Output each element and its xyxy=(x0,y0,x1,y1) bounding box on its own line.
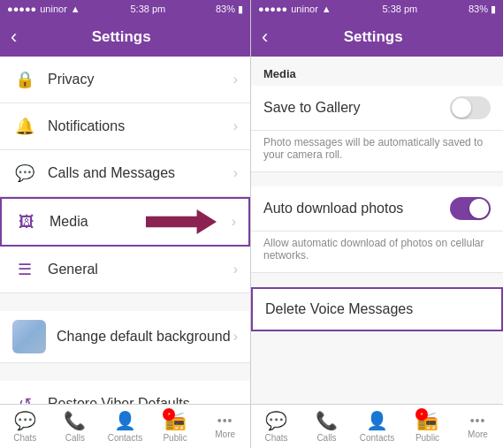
calls-tab-label: Calls xyxy=(65,433,85,443)
calls-tab-icon-r: 📞 xyxy=(316,410,338,431)
delete-voice-label: Delete Voice Messages xyxy=(265,301,489,317)
time-left: 5:38 pm xyxy=(130,4,165,14)
settings-item-calls[interactable]: 💬 Calls and Messages › xyxy=(0,150,250,197)
status-left-right: ●●●●● uninor ▲ xyxy=(258,4,332,14)
status-right-left: 83% ▮ xyxy=(216,4,243,15)
media-icon: 🖼 xyxy=(14,209,39,234)
tab-public-right[interactable]: 📻 * Public xyxy=(402,405,453,448)
settings-item-notifications[interactable]: 🔔 Notifications › xyxy=(0,103,250,150)
contacts-tab-label-r: Contacts xyxy=(360,433,394,443)
save-gallery-desc: Photo messages will be automatically sav… xyxy=(251,131,503,172)
wifi-icon: ▲ xyxy=(71,4,80,14)
status-right-right: 83% ▮ xyxy=(469,4,496,15)
chats-tab-label: Chats xyxy=(13,433,36,443)
settings-item-background[interactable]: Change default background › xyxy=(0,311,250,363)
save-gallery-label: Save to Gallery xyxy=(263,100,450,116)
settings-list: 🔒 Privacy › 🔔 Notifications › 💬 Calls an… xyxy=(0,57,250,404)
public-badge-right: * xyxy=(415,408,428,421)
toggle-knob-off xyxy=(452,98,471,118)
privacy-icon: 🔒 xyxy=(12,67,37,92)
nav-title-left: Settings xyxy=(24,28,218,46)
save-gallery-item[interactable]: Save to Gallery xyxy=(251,86,503,131)
settings-item-media[interactable]: 🖼 Media › xyxy=(0,197,250,247)
restore-label: Restore Viber Defaults xyxy=(48,396,238,404)
chats-tab-icon-r: 💬 xyxy=(265,410,287,431)
auto-download-toggle[interactable] xyxy=(450,197,491,220)
battery-icon-left: ▮ xyxy=(238,4,243,15)
calls-label: Calls and Messages xyxy=(48,165,233,181)
calls-tab-label-r: Calls xyxy=(316,433,336,443)
calls-icon: 💬 xyxy=(12,161,37,186)
contacts-tab-label: Contacts xyxy=(108,433,142,443)
toggle-knob-on xyxy=(469,199,489,218)
auto-download-desc: Allow automatic download of photos on ce… xyxy=(251,232,503,273)
settings-item-general[interactable]: ☰ General › xyxy=(0,247,250,293)
status-bar-right: ●●●●● uninor ▲ 5:38 pm 83% ▮ xyxy=(251,0,503,18)
time-right: 5:38 pm xyxy=(382,4,417,14)
delete-voice-section: Delete Voice Messages xyxy=(251,287,503,331)
nav-header-right: ‹ Settings xyxy=(251,18,503,57)
chevron-notifications: › xyxy=(233,118,238,134)
more-tab-label-r: More xyxy=(468,429,488,439)
tab-contacts-right[interactable]: 👤 Contacts xyxy=(352,405,402,448)
public-tab-label-r: Public xyxy=(415,433,439,443)
tab-public-left[interactable]: 📻 * Public xyxy=(150,405,201,448)
privacy-label: Privacy xyxy=(48,72,233,87)
battery-pct-right: 83% xyxy=(469,4,488,14)
tab-calls-left[interactable]: 📞 Calls xyxy=(50,405,101,448)
more-tab-icon: ••• xyxy=(217,414,233,428)
more-tab-label: More xyxy=(215,429,235,439)
section-title: Media xyxy=(251,57,503,86)
contacts-tab-icon-r: 👤 xyxy=(366,410,388,431)
chats-tab-label-r: Chats xyxy=(264,433,287,443)
auto-download-item[interactable]: Auto download photos xyxy=(251,186,503,232)
tab-more-right[interactable]: ••• More xyxy=(453,405,503,448)
tab-contacts-left[interactable]: 👤 Contacts xyxy=(100,405,150,448)
settings-item-privacy[interactable]: 🔒 Privacy › xyxy=(0,57,250,103)
chats-tab-icon: 💬 xyxy=(14,410,36,431)
settings-item-restore[interactable]: ↺ Restore Viber Defaults xyxy=(0,381,250,404)
left-screen: ●●●●● uninor ▲ 5:38 pm 83% ▮ ‹ Settings … xyxy=(0,0,251,448)
signal-dots: ●●●●● xyxy=(7,4,36,14)
battery-pct-left: 83% xyxy=(216,4,235,14)
calls-tab-icon: 📞 xyxy=(64,410,86,431)
background-label: Change default background xyxy=(57,329,233,345)
tab-chats-right[interactable]: 💬 Chats xyxy=(251,405,301,448)
tab-bar-right: 💬 Chats 📞 Calls 👤 Contacts 📻 * Public ••… xyxy=(251,404,503,448)
wifi-icon-right: ▲ xyxy=(322,4,332,14)
back-button-left[interactable]: ‹ xyxy=(11,27,17,47)
notifications-icon: 🔔 xyxy=(12,114,37,139)
auto-download-section: Auto download photos Allow automatic dow… xyxy=(251,186,503,273)
tab-bar-left: 💬 Chats 📞 Calls 👤 Contacts 📻 * Public ••… xyxy=(0,404,250,448)
nav-header-left: ‹ Settings xyxy=(0,18,250,57)
right-screen: ●●●●● uninor ▲ 5:38 pm 83% ▮ ‹ Settings … xyxy=(251,0,503,448)
general-icon: ☰ xyxy=(12,257,37,282)
tab-chats-left[interactable]: 💬 Chats xyxy=(0,405,50,448)
battery-icon-right: ▮ xyxy=(491,4,496,15)
contacts-tab-icon: 👤 xyxy=(114,410,136,431)
status-left: ●●●●● uninor ▲ xyxy=(7,4,80,14)
tab-more-left[interactable]: ••• More xyxy=(200,405,250,448)
delete-voice-item[interactable]: Delete Voice Messages xyxy=(251,287,503,331)
chevron-background: › xyxy=(233,329,238,345)
chevron-media: › xyxy=(232,214,236,230)
signal-dots-right: ●●●●● xyxy=(258,4,287,14)
save-gallery-toggle[interactable] xyxy=(450,96,491,119)
chevron-general: › xyxy=(233,262,238,277)
restore-icon: ↺ xyxy=(12,391,37,404)
bg-swatch xyxy=(12,320,46,353)
detail-list: Media Save to Gallery Photo messages wil… xyxy=(251,57,503,404)
auto-download-label: Auto download photos xyxy=(263,201,450,216)
nav-title-right: Settings xyxy=(275,28,471,46)
notifications-label: Notifications xyxy=(48,118,233,134)
carrier-right: uninor xyxy=(291,4,318,14)
general-label: General xyxy=(48,262,233,277)
carrier-left: uninor xyxy=(40,4,67,14)
tab-calls-right[interactable]: 📞 Calls xyxy=(301,405,352,448)
status-bar-left: ●●●●● uninor ▲ 5:38 pm 83% ▮ xyxy=(0,0,250,18)
public-tab-label: Public xyxy=(163,433,187,443)
more-tab-icon-r: ••• xyxy=(470,414,486,428)
chevron-calls: › xyxy=(233,165,238,181)
chevron-privacy: › xyxy=(233,72,238,87)
back-button-right[interactable]: ‹ xyxy=(262,27,268,47)
